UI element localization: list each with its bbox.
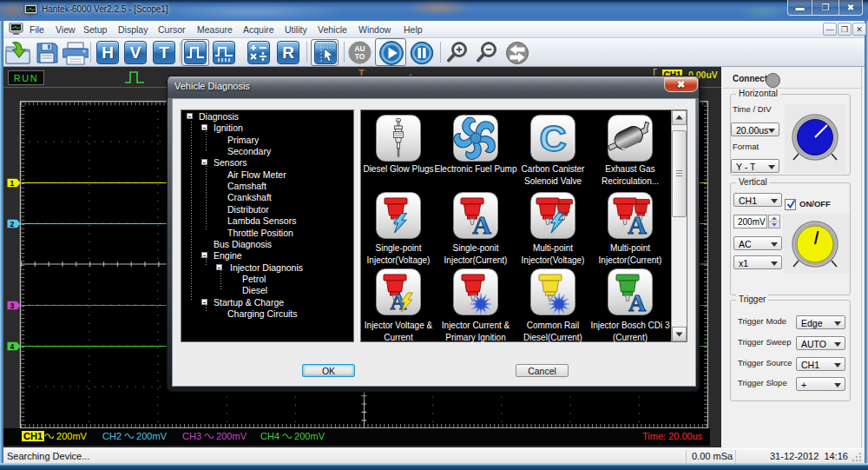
- svg-text:1: 1: [10, 179, 15, 188]
- svg-text:4: 4: [10, 342, 15, 351]
- svg-text:A: A: [628, 210, 647, 239]
- svg-text:TO: TO: [355, 52, 365, 61]
- svg-text:C: C: [539, 117, 566, 159]
- svg-text:A: A: [628, 289, 647, 315]
- svg-text:3: 3: [10, 301, 15, 310]
- svg-text:A: A: [472, 210, 491, 239]
- svg-text:2: 2: [10, 220, 15, 228]
